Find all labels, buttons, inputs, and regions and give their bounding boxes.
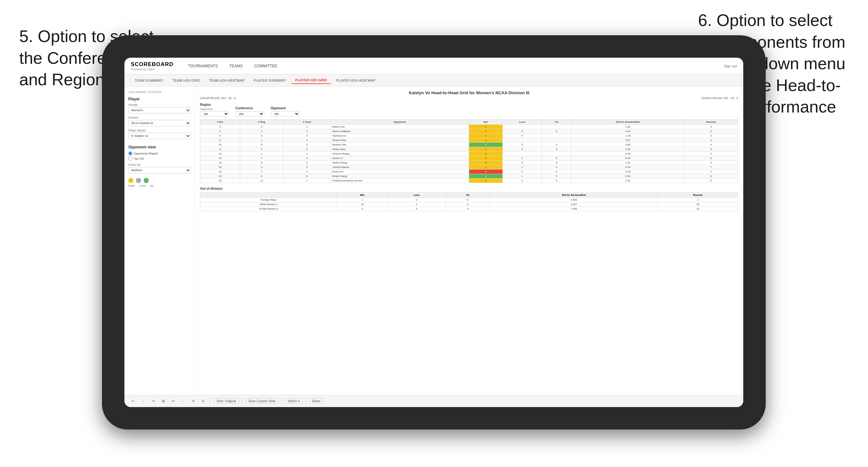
out-table-row: 0 (446, 207, 490, 211)
table-row: 3 (684, 134, 738, 138)
toolbar-refresh[interactable]: ↺ (190, 398, 196, 404)
table-row: 4 (684, 161, 738, 165)
subnav-team-summary[interactable]: TEAM SUMMARY (131, 77, 167, 84)
table-row: -1.00 (571, 134, 684, 138)
out-table-row: 30 (658, 202, 738, 207)
col-opponent: Opponent (331, 120, 469, 125)
table-row: 13 (200, 152, 240, 156)
table-row: 1.33 (571, 179, 684, 183)
out-col-name (200, 193, 337, 198)
player-rank-select[interactable]: 8. Katelyn Vo (128, 133, 191, 139)
toolbar-redo[interactable]: ↪ (150, 398, 157, 404)
table-row: 1 (469, 129, 502, 134)
table-row: 2 (684, 152, 738, 156)
toolbar-watch[interactable]: Watch ▾ (285, 398, 302, 404)
table-row: 3 (283, 134, 331, 138)
panel-player-rank-label: Player (Rank) (128, 129, 191, 132)
col-win: Win (469, 120, 502, 125)
out-table-row: 15 (337, 202, 388, 207)
table-row: 4.00 (571, 143, 684, 147)
out-table-row: Foreign Team (200, 198, 337, 202)
table-row: 3 (684, 147, 738, 152)
table-row: 16 (200, 165, 240, 169)
table-row: 2 (503, 156, 542, 161)
out-col-loss: Loss (388, 193, 446, 198)
table-row (503, 138, 542, 143)
toolbar-share[interactable]: Share (309, 398, 323, 404)
panel-colour-by-label: Colour by (128, 163, 191, 166)
col-rounds: Rounds (684, 120, 738, 125)
radio-opponents-played[interactable]: Opponents Played (128, 151, 191, 155)
table-row: 11 (684, 174, 738, 179)
nav-committee[interactable]: COMMITTEE (249, 62, 282, 70)
table-row: Esther Lee (331, 125, 469, 129)
opponent-view-group: Opponents Played Top 100 (128, 151, 191, 161)
nav-teams[interactable]: TEAMS (224, 62, 248, 70)
bottom-toolbar: ↩ ← ↪ ⊞ ✂ ··· ↺ ⊙ View: Original Save Cu… (124, 395, 743, 407)
table-row: 3 (200, 125, 240, 129)
table-row: 0 (542, 161, 571, 165)
col-loss: Loss (503, 120, 542, 125)
out-table-row: 0 (446, 198, 490, 202)
filter-row: Region Opponents: (All) Conference (All) (200, 103, 738, 117)
table-row: 1 (469, 134, 502, 138)
region-select[interactable]: (All) (200, 111, 229, 117)
table-row: 2 (240, 147, 283, 152)
table-row: 1 (469, 165, 502, 169)
table-row: 0 (503, 129, 542, 134)
toolbar-save-custom[interactable]: Save Custom View (246, 398, 278, 404)
out-table-row: 10 (658, 207, 738, 211)
toolbar-grid[interactable]: ⊞ (160, 398, 167, 404)
table-row: 2 (503, 169, 542, 174)
table-row: 1 (283, 152, 331, 156)
opponent-select[interactable]: (All) (271, 111, 300, 117)
table-row: 4 (684, 125, 738, 129)
toolbar-back[interactable]: ← (140, 398, 147, 404)
table-row: Sharon Mun (331, 138, 469, 143)
toolbar-view-original[interactable]: View: Original (213, 398, 239, 404)
subnav-player-summary[interactable]: PLAYER SUMMARY (250, 77, 290, 84)
table-row: 14 (200, 156, 240, 161)
table-row: 18 (200, 169, 240, 174)
table-row: 2 (684, 169, 738, 174)
table-row: 1 (240, 152, 283, 156)
table-row: 1 (469, 125, 502, 129)
toolbar-target[interactable]: ⊙ (200, 398, 207, 404)
table-row: Emily Chang (331, 174, 469, 179)
table-row: 1.50 (571, 125, 684, 129)
colour-by-select[interactable]: Win/loss (128, 167, 191, 174)
out-table-row: 0 (388, 207, 446, 211)
panel-division-label: Division (128, 116, 191, 119)
table-row: 2 (469, 143, 502, 147)
subnav-team-h2h-heatmap[interactable]: TEAM H2H HEATMAP (205, 77, 248, 84)
table-row: Eunice Yi (331, 156, 469, 161)
out-table-row: 5 (337, 207, 388, 211)
toolbar-more[interactable]: ··· (180, 398, 187, 404)
subnav-team-h2h-grid[interactable]: TEAM H2H GRID (169, 77, 204, 84)
panel-gender-label: Gender (128, 103, 191, 106)
out-col-tie: Tie (446, 193, 490, 198)
conference-select[interactable]: (All) (235, 111, 264, 117)
table-row: Sydney Kuo (331, 134, 469, 138)
table-row (542, 134, 571, 138)
table-row: 1 (240, 138, 283, 143)
gender-select[interactable]: Women's (128, 107, 191, 114)
subnav-player-h2h-grid[interactable]: PLAYER H2H GRID (291, 77, 331, 84)
panel-opponent-view-title: Opponent view (128, 145, 191, 149)
toolbar-cut[interactable]: ✂ (170, 398, 177, 404)
division-select[interactable]: NCAA Division III (128, 120, 191, 126)
table-row: 11 (200, 147, 240, 152)
table-row: 5 (283, 147, 331, 152)
nav-tournaments[interactable]: TOURNAMENTS (183, 62, 223, 70)
sign-out-link[interactable]: Sign out (724, 64, 737, 68)
out-table-row: NAIA Division 1 (200, 202, 337, 207)
subnav-player-h2h-heatmap[interactable]: PLAYER H2H HEATMAP (332, 77, 379, 84)
radio-top100[interactable]: Top 100 (128, 156, 191, 161)
table-row: 2 (503, 165, 542, 169)
dot-down (128, 178, 133, 183)
table-row: 2 (240, 169, 283, 174)
table-row: 9 (200, 138, 240, 143)
panel-player-title: Player (128, 97, 191, 101)
division-record: Division Record: 331 - 34 - 6 (702, 96, 738, 100)
toolbar-undo[interactable]: ↩ (129, 398, 136, 404)
